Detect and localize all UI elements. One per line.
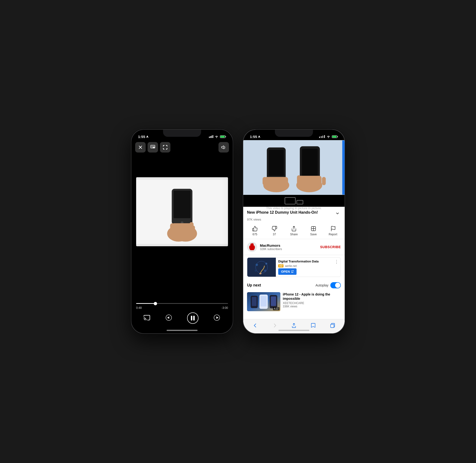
rewind-button[interactable]: 15 — [164, 313, 173, 323]
forward-icon: 15 — [213, 313, 221, 322]
pause-button[interactable] — [187, 312, 198, 324]
toggle-thumb — [335, 283, 340, 288]
ad-more-button[interactable]: ⋮ — [334, 259, 339, 264]
svg-point-48 — [264, 270, 266, 272]
dislike-count: 37 — [273, 233, 276, 236]
wifi-icon — [215, 135, 218, 138]
share-button[interactable]: Share — [288, 226, 300, 236]
pip-icon — [150, 145, 155, 150]
current-time: 0:48 — [136, 306, 142, 310]
scrollable-content: New iPhone 12 Dummy Unit Hands-On! 97K v… — [243, 207, 345, 333]
left-time: 1:55 — [138, 135, 149, 139]
ad-content: Digital Transformation Data AD aerlie.ne… — [276, 258, 341, 277]
report-button[interactable]: Report — [327, 226, 339, 236]
next-video-channel: XEETECHCARE — [283, 302, 341, 305]
svg-marker-21 — [258, 135, 260, 138]
video-title: New iPhone 12 Dummy Unit Hands-On! — [247, 210, 334, 215]
share-label: Share — [290, 233, 298, 236]
save-button[interactable]: Save — [307, 226, 319, 236]
next-video-thumbnail: 4:22 — [247, 292, 280, 311]
report-label: Report — [329, 233, 337, 236]
close-button[interactable] — [135, 142, 146, 152]
expand-info-button[interactable] — [334, 210, 341, 217]
ad-open-button[interactable]: OPEN — [278, 268, 296, 275]
duration-badge: 4:22 — [273, 307, 279, 310]
thumbs-down-icon — [271, 226, 278, 232]
pip-icon-area: This video is playing in picture in pict… — [243, 195, 345, 211]
svg-rect-19 — [193, 316, 195, 321]
ad-title: Digital Transformation Data — [278, 259, 338, 264]
dislike-button[interactable]: 37 — [269, 226, 280, 236]
expand-button[interactable] — [160, 142, 171, 152]
like-button[interactable]: 675 — [249, 226, 261, 236]
scene: 1:55 — [121, 120, 355, 343]
svg-rect-33 — [298, 176, 322, 187]
pip-message: This video is playing in picture in pict… — [266, 206, 322, 210]
airplay-cast-button[interactable] — [143, 314, 150, 322]
upnext-header: Up next Autoplay — [243, 279, 345, 290]
svg-point-47 — [265, 263, 267, 265]
progress-bar[interactable] — [136, 303, 228, 304]
autoplay-toggle[interactable] — [330, 282, 341, 288]
progress-fill — [136, 303, 155, 304]
video-controls-top — [131, 140, 233, 154]
action-row: 675 37 — [243, 224, 345, 239]
pip-video-content — [243, 140, 345, 195]
rewind-icon: 15 — [164, 313, 173, 322]
pip-area: This video is playing in picture in pict… — [243, 140, 345, 207]
svg-rect-25 — [243, 140, 345, 195]
ad-thumbnail — [247, 258, 276, 277]
progress-thumb — [154, 302, 157, 305]
video-frame — [136, 177, 228, 246]
right-phone: 1:55 — [243, 129, 345, 334]
safari-tabs-button[interactable] — [328, 321, 337, 330]
battery-icon — [220, 135, 226, 138]
external-link-icon — [291, 270, 294, 273]
expand-icon — [162, 145, 168, 150]
signal-icon — [209, 135, 213, 138]
svg-rect-24 — [332, 136, 337, 138]
volume-icon — [221, 145, 226, 150]
channel-avatar — [247, 242, 257, 252]
right-status-icons — [319, 135, 338, 138]
svg-rect-2 — [225, 136, 226, 137]
svg-rect-29 — [302, 149, 318, 176]
left-controls-group — [135, 142, 171, 152]
close-icon — [138, 145, 143, 150]
video-views: 97K views — [243, 218, 345, 224]
home-indicator — [167, 330, 198, 331]
next-video-item[interactable]: 4:22 iPhone 12 - Apple is doing the impo… — [243, 290, 345, 313]
right-time: 1:55 — [250, 135, 260, 139]
svg-rect-15 — [191, 226, 195, 235]
video-player-screen: 1:55 — [131, 130, 233, 333]
svg-rect-35 — [297, 175, 301, 184]
safari-share-button[interactable] — [290, 321, 298, 330]
pip-button[interactable] — [148, 142, 158, 152]
svg-rect-13 — [170, 223, 175, 232]
channel-info: MacRumors 328K subscribers — [260, 243, 320, 251]
svg-rect-8 — [173, 191, 190, 218]
next-video-title: iPhone 12 - Apple is doing the impossibl… — [283, 292, 341, 301]
right-status-bar: 1:55 — [243, 130, 345, 140]
white-scroll-area: New iPhone 12 Dummy Unit Hands-On! 97K v… — [243, 207, 345, 333]
svg-point-49 — [255, 270, 257, 272]
right-location-icon — [258, 135, 260, 138]
svg-rect-57 — [271, 296, 276, 306]
save-icon — [310, 226, 316, 232]
volume-button[interactable] — [218, 142, 229, 152]
ad-domain: aerlie.net — [285, 264, 296, 268]
svg-rect-32 — [264, 177, 288, 188]
svg-rect-3 — [220, 136, 225, 138]
safari-back-button[interactable] — [251, 321, 260, 330]
safari-forward-button[interactable] — [270, 321, 279, 330]
pip-video-large[interactable] — [243, 140, 345, 195]
forward-button[interactable]: 15 — [213, 313, 221, 323]
channel-row: MacRumors 328K subscribers SUBSCRIBE — [243, 239, 345, 255]
upnext-label: Up next — [247, 283, 261, 287]
safari-bookmarks-button[interactable] — [309, 321, 317, 330]
right-home-indicator — [278, 330, 309, 331]
cast-icon — [143, 314, 150, 321]
svg-marker-0 — [146, 135, 149, 138]
subscribe-button[interactable]: SUBSCRIBE — [320, 245, 341, 249]
ad-badge: AD — [278, 264, 283, 267]
